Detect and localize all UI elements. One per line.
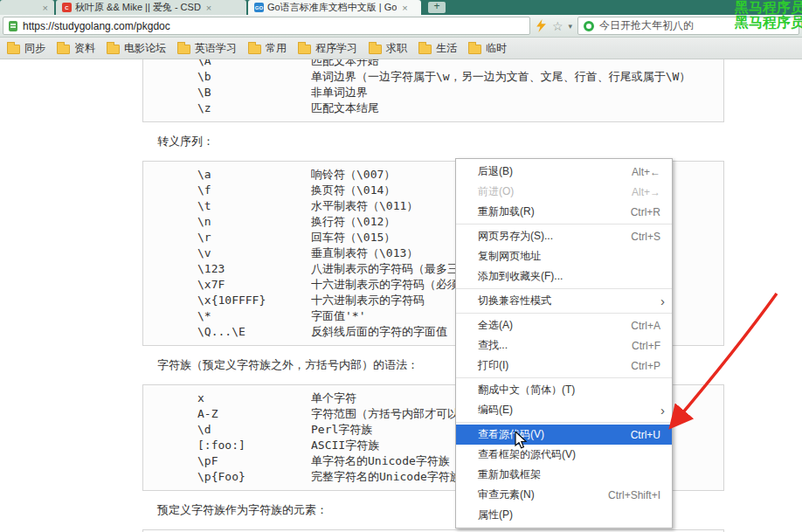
- bookmark-folder[interactable]: 同步: [7, 41, 45, 56]
- menu-item-view-source[interactable]: 查看源代码(V) Ctrl+U: [456, 425, 672, 445]
- menu-item-forward[interactable]: 前进(O) Alt+→: [456, 182, 672, 202]
- menu-item-print[interactable]: 打印(I) Ctrl+P: [456, 356, 672, 376]
- code-token: x: [197, 390, 311, 406]
- bookmark-label: 电影论坛: [124, 41, 166, 56]
- folder-icon: [369, 45, 382, 54]
- csdn-favicon-icon: C: [62, 3, 72, 12]
- code-token: \v: [197, 245, 311, 261]
- bookmark-label: 程序学习: [315, 41, 357, 56]
- folder-icon: [107, 45, 120, 54]
- menu-separator: [456, 288, 672, 289]
- menu-item-select-all[interactable]: 全选(A) Ctrl+A: [456, 315, 672, 335]
- menu-item-reload[interactable]: 重新加载(R) Ctrl+R: [456, 202, 672, 222]
- code-row: \b 单词边界（一边字符属于\w，另一边为文首、文尾、行首、行尾或属于\W）: [197, 69, 723, 85]
- menu-item-toggle-compat-mode[interactable]: 切换兼容性模式 ›: [456, 291, 672, 311]
- menu-separator: [456, 422, 672, 423]
- bookmark-label: 常用: [266, 41, 287, 56]
- bookmark-folder[interactable]: 资料: [57, 41, 95, 56]
- tab-bar: × C 秋叶原 && Mike || 爱兔 - CSD × GO Go语言标准库…: [0, 0, 802, 15]
- code-token: \d: [197, 422, 311, 438]
- bookmark-folder[interactable]: 求职: [369, 41, 407, 56]
- code-token: A-Z: [197, 406, 311, 422]
- tab-csdn[interactable]: C 秋叶原 && Mike || 爱兔 - CSD ×: [56, 0, 246, 15]
- code-token: \x7F: [197, 277, 311, 293]
- folder-icon: [7, 45, 20, 54]
- tab-title: 秋叶原 && Mike || 爱兔 - CSD: [75, 1, 201, 14]
- bookmark-star-icon[interactable]: ☆: [552, 20, 563, 32]
- code-token: \r: [197, 230, 311, 245]
- code-token: \x{10FFFF}: [197, 293, 311, 308]
- code-desc: 匹配文本结尾: [311, 100, 723, 116]
- code-token: \a: [197, 167, 311, 183]
- url-input[interactable]: https://studygolang.com/pkgdoc: [3, 17, 530, 35]
- bookmark-label: 英语学习: [195, 41, 237, 56]
- submenu-arrow-icon: ›: [660, 294, 665, 307]
- bookmark-folder[interactable]: 临时: [468, 41, 507, 56]
- menu-separator: [456, 224, 672, 225]
- address-bar: https://studygolang.com/pkgdoc ☆ ▾ 今日开抢大…: [0, 15, 802, 38]
- lightning-icon[interactable]: [536, 19, 547, 32]
- code-token: \z: [197, 100, 311, 116]
- bookmark-folder[interactable]: 英语学习: [177, 41, 237, 56]
- code-desc: 匹配文本开始: [311, 59, 723, 69]
- menu-item-copy-page-url[interactable]: 复制网页地址: [456, 246, 672, 266]
- bookmark-folder[interactable]: 生活: [418, 41, 457, 56]
- site-security-icon[interactable]: [9, 21, 17, 31]
- menu-item-reload-frame[interactable]: 重新加载框架: [456, 465, 672, 485]
- tab-close-icon[interactable]: ×: [206, 3, 211, 13]
- bookmark-folder[interactable]: 电影论坛: [107, 41, 166, 56]
- context-menu: 后退(B) Alt+← 前进(O) Alt+→ 重新加载(R) Ctrl+R 网…: [455, 158, 673, 529]
- tab-close-icon[interactable]: ×: [402, 3, 407, 13]
- menu-item-translate-chinese[interactable]: 翻成中文（简体）(T): [456, 380, 672, 400]
- bookmark-label: 资料: [74, 41, 95, 56]
- code-token: \f: [197, 183, 311, 198]
- menu-item-save-page-as[interactable]: 网页另存为(S)... Ctrl+S: [456, 226, 672, 246]
- code-token: \pF: [197, 453, 311, 469]
- tab-partial[interactable]: ×: [0, 0, 54, 15]
- folder-icon: [57, 45, 70, 54]
- menu-item-back[interactable]: 后退(B) Alt+←: [456, 162, 672, 182]
- search-engine-icon: [584, 21, 594, 31]
- code-row: \B 非单词边界: [197, 85, 723, 100]
- code-token: \p{Foo}: [197, 469, 311, 485]
- page-content: \A 匹配文本开始 \b 单词边界（一边字符属于\w，另一边为文首、文尾、行首、…: [0, 59, 802, 532]
- folder-icon: [177, 45, 190, 54]
- chevron-down-icon[interactable]: ▾: [569, 22, 573, 31]
- menu-item-encoding[interactable]: 编码(E) ›: [456, 400, 672, 420]
- bookmark-folder[interactable]: 程序学习: [298, 41, 357, 56]
- tab-close-icon[interactable]: ×: [43, 3, 48, 13]
- folder-icon: [418, 45, 432, 54]
- search-input[interactable]: 今日开抢大年初八的: [577, 17, 799, 35]
- code-desc: 非单词边界: [311, 85, 723, 100]
- code-row: \z 匹配文本结尾: [197, 100, 723, 116]
- menu-item-properties[interactable]: 属性(P): [456, 505, 672, 525]
- code-token: \n: [197, 214, 311, 230]
- tab-godoc-active[interactable]: GO Go语言标准库文档中文版 | Go ×: [248, 0, 421, 15]
- new-tab-button[interactable]: +: [428, 2, 446, 13]
- menu-item-find[interactable]: 查找... Ctrl+F: [456, 335, 672, 356]
- code-token: [:foo:]: [197, 438, 311, 453]
- submenu-arrow-icon: ›: [660, 404, 665, 417]
- bookmark-label: 同步: [24, 41, 45, 56]
- bookmarks-bar: 同步 资料 电影论坛 英语学习 常用 程序学习 求职: [0, 38, 802, 59]
- bookmark-label: 生活: [436, 41, 457, 56]
- folder-icon: [468, 45, 481, 54]
- heading-escape-sequences: 转义序列：: [157, 134, 724, 149]
- code-token: \*: [197, 308, 311, 324]
- bookmark-folder[interactable]: 常用: [248, 41, 287, 56]
- menu-item-inspect-element[interactable]: 审查元素(N) Ctrl+Shift+I: [456, 485, 672, 505]
- search-hot-text: 今日开抢大年初八的: [599, 18, 694, 33]
- code-desc: 单词边界（一边字符属于\w，另一边为文首、文尾、行首、行尾或属于\W）: [311, 69, 723, 85]
- code-token: \b: [197, 69, 311, 85]
- bookmark-label: 临时: [486, 41, 507, 56]
- code-token: \Q...\E: [197, 324, 311, 340]
- code-token: \t: [197, 198, 311, 214]
- folder-icon: [248, 45, 261, 54]
- folder-icon: [298, 45, 311, 54]
- menu-item-view-frame-source[interactable]: 查看框架的源代码(V): [456, 445, 672, 465]
- url-text: https://studygolang.com/pkgdoc: [23, 20, 170, 32]
- code-token: \123: [197, 261, 311, 277]
- code-box-anchors: \A 匹配文本开始 \b 单词边界（一边字符属于\w，另一边为文首、文尾、行首、…: [142, 59, 724, 122]
- menu-item-add-to-favorites[interactable]: 添加到收藏夹(F)...: [456, 266, 672, 287]
- code-row: \A 匹配文本开始: [197, 59, 723, 69]
